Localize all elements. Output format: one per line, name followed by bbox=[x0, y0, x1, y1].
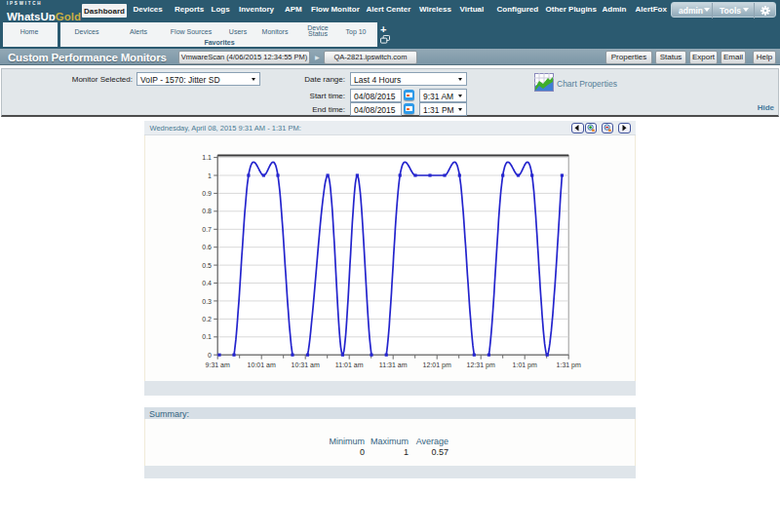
svg-text:0.4: 0.4 bbox=[202, 280, 212, 286]
svg-text:1.1: 1.1 bbox=[202, 154, 212, 161]
svg-text:0.7: 0.7 bbox=[202, 225, 212, 232]
svg-text:0.3: 0.3 bbox=[202, 297, 212, 304]
svg-text:11:31 am: 11:31 am bbox=[379, 361, 408, 368]
svg-text:9:31 am: 9:31 am bbox=[206, 361, 230, 368]
svg-text:0.1: 0.1 bbox=[202, 333, 212, 340]
svg-text:0.9: 0.9 bbox=[202, 190, 212, 197]
svg-text:0.2: 0.2 bbox=[202, 316, 212, 323]
svg-text:12:01 pm: 12:01 pm bbox=[423, 361, 451, 369]
svg-text:11:01 am: 11:01 am bbox=[335, 361, 364, 368]
svg-text:10:01 am: 10:01 am bbox=[248, 361, 276, 368]
svg-text:1: 1 bbox=[208, 171, 212, 178]
svg-text:0.5: 0.5 bbox=[202, 261, 212, 268]
svg-text:1:01 pm: 1:01 pm bbox=[513, 361, 537, 369]
svg-text:1:31 pm: 1:31 pm bbox=[557, 361, 581, 369]
svg-text:0: 0 bbox=[208, 351, 212, 358]
svg-text:0.8: 0.8 bbox=[202, 208, 212, 214]
svg-text:12:31 pm: 12:31 pm bbox=[467, 361, 495, 369]
svg-text:0.6: 0.6 bbox=[202, 244, 212, 250]
svg-text:10:31 am: 10:31 am bbox=[292, 361, 320, 368]
